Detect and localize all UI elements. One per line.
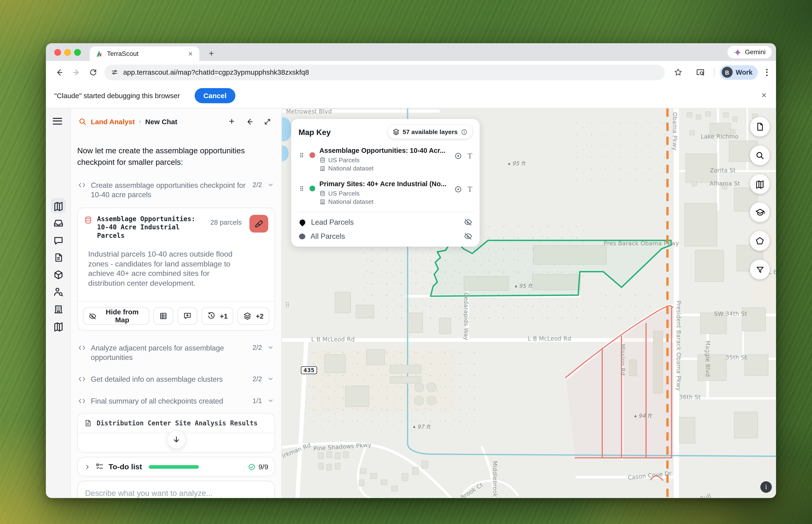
- todo-progress-bar: [149, 465, 199, 469]
- sidebar-item-buildings[interactable]: [50, 301, 66, 316]
- layer-source: US Parcels: [328, 190, 360, 197]
- map-key-layer-row[interactable]: Primary Sites: 40+ Acre Industrial (No..…: [298, 179, 472, 206]
- address-bar[interactable]: app.terrascout.ai/map?chatId=cgpz3ypmupp…: [104, 64, 665, 80]
- tool-call-count: 2/2: [253, 375, 262, 383]
- hide-from-map-button[interactable]: Hide from Map: [83, 307, 149, 325]
- scroll-down-button[interactable]: [167, 430, 186, 449]
- tool-call-count: 2/2: [253, 181, 262, 189]
- banner-close-icon[interactable]: ×: [762, 90, 767, 100]
- add-note-button[interactable]: [178, 307, 197, 325]
- map-key-layer-row[interactable]: Assemblage Opportunities: 10-40 Acr... U…: [298, 146, 472, 172]
- labels-toggle-icon[interactable]: T: [467, 185, 472, 193]
- check-circle-icon: [248, 463, 256, 471]
- todo-progress: 9/9: [258, 463, 268, 471]
- sidebar-item-map[interactable]: [50, 198, 66, 213]
- browser-tab[interactable]: TerraScout ×: [90, 47, 199, 61]
- chevron-down-icon[interactable]: [267, 181, 274, 188]
- drag-handle-icon[interactable]: [298, 152, 305, 159]
- site-settings-icon[interactable]: [111, 68, 118, 76]
- gemini-button[interactable]: Gemini: [728, 46, 772, 58]
- visibility-icon[interactable]: [454, 152, 462, 160]
- assistant-message: Now let me create the assemblage opportu…: [77, 145, 250, 168]
- funnel-icon: [755, 265, 764, 274]
- breadcrumb-app[interactable]: Land Analyst: [91, 118, 134, 125]
- window-minimize-button[interactable]: [64, 49, 71, 56]
- forward-button[interactable]: [68, 64, 84, 81]
- back-button[interactable]: [51, 64, 68, 81]
- avatar: B: [721, 67, 733, 78]
- chevron-down-icon[interactable]: [267, 397, 274, 404]
- map-label: President Barack Obama Pkwy: [675, 300, 682, 391]
- checklist-icon: [95, 462, 104, 471]
- bookmark-star-icon[interactable]: [670, 64, 686, 81]
- history-button[interactable]: +1: [202, 307, 233, 325]
- table-view-button[interactable]: [154, 307, 173, 325]
- todo-list-row[interactable]: To-do list 9/9: [77, 457, 275, 477]
- available-layers-label: 57 available layers: [403, 128, 458, 135]
- eye-off-icon[interactable]: [464, 218, 473, 226]
- layer-name: Primary Sites: 40+ Acre Industrial (No..…: [319, 180, 446, 187]
- profile-chip[interactable]: B Work: [719, 65, 758, 80]
- map-label: Zorita St: [710, 167, 736, 174]
- circle-marker-icon: [299, 233, 305, 239]
- sidebar-item-chat[interactable]: [50, 233, 66, 248]
- composer: Agent 38.2%: [77, 481, 275, 498]
- panel-resize-handle[interactable]: [284, 299, 291, 310]
- cancel-button[interactable]: Cancel: [194, 88, 235, 103]
- map-key-title: Map Key: [298, 128, 387, 136]
- menu-icon[interactable]: [53, 116, 62, 126]
- browser-menu-icon[interactable]: [763, 68, 771, 76]
- chat-scroll-area[interactable]: Now let me create the assemblage opportu…: [71, 134, 281, 498]
- expand-panel-button[interactable]: [260, 115, 274, 128]
- info-icon[interactable]: [461, 129, 467, 135]
- results-title: Distribution Center Site Analysis Result…: [97, 419, 257, 427]
- eye-off-icon[interactable]: [464, 232, 473, 241]
- tool-call-row[interactable]: Create assemblage opportunities checkpoi…: [77, 181, 275, 199]
- collapse-panel-button[interactable]: [243, 115, 256, 128]
- sidebar-item-owner-search[interactable]: [50, 284, 66, 299]
- drag-handle-icon[interactable]: [298, 185, 305, 192]
- url-text: app.terrascout.ai/map?chatId=cgpz3ypmupp…: [123, 68, 309, 76]
- chevron-down-icon[interactable]: [267, 344, 274, 351]
- chevron-down-icon[interactable]: [267, 375, 274, 382]
- window-zoom-button[interactable]: [74, 49, 81, 56]
- sidebar-item-parcels-3d[interactable]: [50, 267, 66, 282]
- new-tab-button[interactable]: +: [205, 47, 218, 61]
- side-panel-icon[interactable]: [692, 64, 708, 81]
- tool-call-row[interactable]: Analyze adjacent parcels for assemblage …: [77, 343, 275, 362]
- layer-color-dot: [309, 152, 315, 158]
- style-layer-button[interactable]: [250, 215, 268, 233]
- tool-call-row[interactable]: Final summary of all checkpoints created…: [77, 396, 275, 406]
- visibility-icon[interactable]: [454, 185, 462, 194]
- basemap-button[interactable]: [750, 174, 770, 194]
- map-label: SW 34th St: [714, 311, 747, 317]
- sidebar-item-maps[interactable]: [50, 318, 66, 333]
- map-label: Lake Richmo: [701, 133, 738, 140]
- layers-button[interactable]: +2: [238, 307, 269, 325]
- tool-call-label: Get detailed info on assemblage clusters: [91, 374, 247, 384]
- composer-input[interactable]: [78, 481, 274, 498]
- learn-button[interactable]: [750, 202, 770, 222]
- map-search-button[interactable]: [750, 146, 770, 165]
- reload-button[interactable]: [84, 64, 101, 81]
- tool-call-row[interactable]: Get detailed info on assemblage clusters…: [77, 374, 275, 384]
- filter-button[interactable]: [750, 260, 770, 279]
- tool-call-label: Analyze adjacent parcels for assemblage …: [91, 343, 247, 362]
- map-report-button[interactable]: [750, 117, 770, 137]
- chevron-right-icon[interactable]: [84, 463, 91, 470]
- sidebar-item-inbox[interactable]: [50, 215, 66, 230]
- labels-toggle-icon[interactable]: T: [467, 152, 472, 160]
- terrascout-favicon: [95, 50, 103, 58]
- tab-close-icon[interactable]: ×: [187, 50, 194, 58]
- map-info-button[interactable]: i: [760, 481, 772, 493]
- new-chat-button[interactable]: +: [225, 115, 238, 128]
- map-key-panel: Map Key 57 available layers Assemblage O…: [291, 119, 480, 246]
- toggle-label: Lead Parcels: [311, 218, 459, 226]
- draw-polygon-button[interactable]: [750, 231, 770, 251]
- available-layers-chip[interactable]: 57 available layers: [387, 125, 472, 139]
- map-area[interactable]: Metrowest BlvdObama PkwyLake RichmoZorit…: [282, 109, 776, 498]
- sidebar-item-documents[interactable]: [50, 250, 66, 265]
- results-card: Distribution Center Site Analysis Result…: [77, 413, 275, 453]
- window-close-button[interactable]: [54, 49, 61, 56]
- history-badge: +1: [220, 312, 228, 320]
